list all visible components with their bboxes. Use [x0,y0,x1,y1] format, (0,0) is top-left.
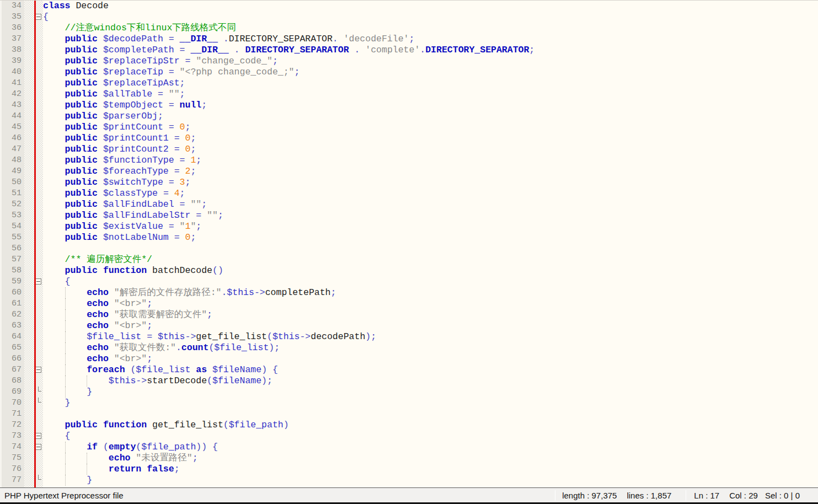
code-text[interactable]: public $switchType = 3; [43,177,818,188]
cursor-line-stat[interactable]: Ln : 17 [694,491,719,500]
line-number[interactable]: 52 [0,199,24,210]
line-number[interactable]: 77 [0,475,24,486]
code-line[interactable]: 71 [0,409,818,420]
line-number[interactable]: 44 [0,111,24,122]
code-line[interactable]: 62 echo "获取需要解密的文件"; [0,309,818,320]
line-number[interactable]: 38 [0,45,24,56]
line-number[interactable]: 45 [0,122,24,133]
line-number[interactable]: 50 [0,177,24,188]
code-line[interactable]: 38 public $completePath = __DIR__ . DIRE… [0,45,818,56]
line-number[interactable]: 49 [0,166,24,177]
code-line[interactable]: 37 public $decodePath = __DIR__ .DIRECTO… [0,34,818,45]
line-number[interactable]: 40 [0,67,24,78]
cursor-col-stat[interactable]: Col : 29 [729,491,758,500]
code-text[interactable]: public $printCount = 0; [43,122,818,133]
line-number[interactable]: 63 [0,320,24,331]
code-text[interactable]: /** 遍历解密文件*/ [43,254,818,265]
code-line[interactable]: 51 public $classType = 4; [0,188,818,199]
fold-collapse-icon[interactable] [35,444,41,450]
line-number[interactable]: 42 [0,89,24,100]
code-line[interactable]: 72 public function get_file_list($file_p… [0,420,818,431]
code-area[interactable]: 34class Decode35{36 //注意windos下和linux下路线… [0,1,818,486]
code-text[interactable]: public $allFindLabelStr = ""; [43,210,818,221]
code-text[interactable]: public $replaceTip = "<?php change_code_… [43,67,818,78]
selection-stat[interactable]: Sel : 0 | 0 [765,491,800,500]
code-line[interactable]: 56 [0,243,818,254]
line-number[interactable]: 34 [0,1,24,12]
line-number[interactable]: 56 [0,243,24,254]
code-text[interactable]: public $parserObj; [43,111,818,122]
line-number[interactable]: 74 [0,442,24,453]
code-line[interactable]: 76 return false; [0,464,818,475]
code-text[interactable]: $this->startDecode($fileName); [43,376,818,387]
code-line[interactable]: 57 /** 遍历解密文件*/ [0,254,818,265]
code-text[interactable]: public $replaceTipStr = "change_code_"; [43,56,818,67]
code-text[interactable]: if (empty($file_path)) { [43,442,818,453]
code-line[interactable]: 35{ [0,12,818,23]
line-number[interactable]: 76 [0,464,24,475]
code-text[interactable]: echo "获取文件数:".count($file_list); [43,342,818,353]
fold-collapse-icon[interactable] [35,14,41,20]
code-text[interactable]: } [43,398,818,409]
code-line[interactable]: 55 public $notLabelNum = 0; [0,232,818,243]
code-text[interactable]: public $decodePath = __DIR__ .DIRECTORY_… [43,34,818,45]
line-number[interactable]: 68 [0,376,24,387]
code-text[interactable]: public $notLabelNum = 0; [43,232,818,243]
code-line[interactable]: 52 public $allFindLabel = ""; [0,199,818,210]
line-number[interactable]: 75 [0,453,24,464]
fold-collapse-icon[interactable] [35,433,41,439]
code-line[interactable]: 73 { [0,431,818,442]
line-number[interactable]: 43 [0,100,24,111]
line-number[interactable]: 66 [0,353,24,364]
code-line[interactable]: 75 echo "未设置路径"; [0,453,818,464]
code-line[interactable]: 45 public $printCount = 0; [0,122,818,133]
line-number[interactable]: 65 [0,342,24,353]
code-text[interactable]: public $allFindLabel = ""; [43,199,818,210]
code-editor[interactable]: 34class Decode35{36 //注意windos下和linux下路线… [0,0,818,487]
code-line[interactable]: 53 public $allFindLabelStr = ""; [0,210,818,221]
line-number[interactable]: 59 [0,276,24,287]
code-text[interactable]: echo "<br>"; [43,320,818,331]
code-text[interactable]: } [43,387,818,398]
line-number[interactable]: 36 [0,23,24,34]
code-text[interactable]: { [43,276,818,287]
code-text[interactable]: echo "未设置路径"; [43,453,818,464]
code-text[interactable]: { [43,12,818,23]
code-line[interactable]: 67 foreach ($file_list as $fileName) { [0,364,818,376]
code-line[interactable]: 63 echo "<br>"; [0,320,818,331]
code-line[interactable]: 68 $this->startDecode($fileName); [0,376,818,387]
line-number[interactable]: 72 [0,420,24,431]
code-line[interactable]: 69 } [0,387,818,398]
line-number[interactable]: 67 [0,364,24,376]
code-text[interactable]: public $existValue = "1"; [43,221,818,232]
line-number[interactable]: 58 [0,265,24,276]
code-text[interactable]: public $tempObject = null; [43,100,818,111]
line-number[interactable]: 64 [0,331,24,342]
fold-collapse-icon[interactable] [35,367,41,373]
code-line[interactable]: 70 } [0,398,818,409]
code-text[interactable]: $file_list = $this->get_file_list($this-… [43,331,818,342]
code-line[interactable]: 48 public $functionType = 1; [0,155,818,166]
line-number[interactable]: 39 [0,56,24,67]
code-line[interactable]: 47 public $printCount2 = 0; [0,144,818,155]
code-text[interactable]: return false; [43,464,818,475]
code-line[interactable]: 58 public function batchDecode() [0,265,818,276]
code-text[interactable]: public function get_file_list($file_path… [43,420,818,431]
line-number[interactable]: 41 [0,78,24,89]
code-text[interactable]: public function batchDecode() [43,265,818,276]
code-line[interactable]: 43 public $tempObject = null; [0,100,818,111]
code-line[interactable]: 54 public $existValue = "1"; [0,221,818,232]
code-line[interactable]: 34class Decode [0,1,818,12]
line-number[interactable]: 61 [0,298,24,309]
code-text[interactable]: echo "<br>"; [43,298,818,309]
line-number[interactable]: 70 [0,398,24,409]
code-line[interactable]: 59 { [0,276,818,287]
line-number[interactable]: 71 [0,409,24,420]
code-line[interactable]: 40 public $replaceTip = "<?php change_co… [0,67,818,78]
code-text[interactable]: echo "获取需要解密的文件"; [43,309,818,320]
code-line[interactable]: 41 public $replaceTipAst; [0,78,818,89]
line-number[interactable]: 69 [0,387,24,398]
code-line[interactable]: 49 public $foreachType = 2; [0,166,818,177]
code-text[interactable]: } [43,475,818,486]
code-line[interactable]: 46 public $printCount1 = 0; [0,133,818,144]
